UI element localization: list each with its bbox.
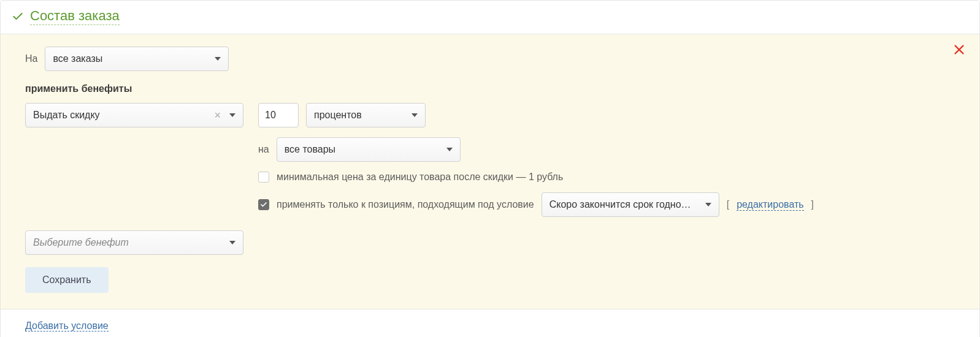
caret-down-icon: [412, 113, 418, 117]
benefits-grid: Выдать скидку × процентов на все то: [25, 103, 955, 217]
scope-select-value: все заказы: [53, 53, 102, 64]
apply-condition-row: применять только к позициям, подходящим …: [258, 192, 955, 217]
edit-condition-link[interactable]: редактировать: [737, 199, 803, 211]
panel-body: На все заказы применить бенефиты Выдать …: [1, 34, 979, 309]
scope-label: На: [25, 53, 37, 64]
condition-select[interactable]: Скоро закончится срок годно…: [542, 192, 719, 217]
apply-condition-checkbox[interactable]: применять только к позициям, подходящим …: [258, 199, 534, 210]
condition-select-value: Скоро закончится срок годно…: [549, 199, 691, 210]
caret-down-icon: [229, 113, 235, 117]
clear-icon[interactable]: ×: [214, 110, 221, 121]
min-price-label: минимальная цена за единицу товара после…: [277, 172, 563, 183]
add-condition-link[interactable]: Добавить условие: [25, 320, 109, 331]
caret-down-icon: [229, 241, 235, 244]
bracket-close: ]: [811, 199, 814, 210]
panel-footer: Добавить условие: [1, 309, 979, 337]
apply-condition-label: применять только к позициям, подходящим …: [277, 199, 534, 210]
scope-select[interactable]: все заказы: [45, 47, 229, 71]
scope-row: На все заказы: [25, 47, 955, 71]
add-benefit-placeholder: Выберите бенефит: [33, 237, 129, 248]
add-benefit-row: Выберите бенефит: [25, 230, 955, 255]
benefits-heading: применить бенефиты: [25, 83, 132, 94]
amount-input[interactable]: [258, 103, 299, 127]
benefit-type-value: Выдать скидку: [33, 110, 100, 121]
target-select[interactable]: все товары: [277, 137, 461, 162]
benefit-right-col: процентов на все товары: [258, 103, 955, 217]
save-button[interactable]: Сохранить: [25, 267, 109, 293]
caret-down-icon: [215, 57, 221, 61]
target-label: на: [258, 144, 269, 155]
caret-down-icon: [705, 203, 711, 206]
close-icon[interactable]: [952, 43, 966, 56]
order-composition-panel: Состав заказа На все заказы применить бе…: [0, 0, 980, 337]
unit-value: процентов: [314, 110, 362, 121]
target-row: на все товары: [258, 137, 955, 162]
target-select-value: все товары: [285, 144, 335, 155]
check-icon: [12, 10, 24, 23]
min-price-row: минимальная цена за единицу товара после…: [258, 172, 955, 183]
benefit-type-select[interactable]: Выдать скидку ×: [25, 103, 243, 127]
caret-down-icon: [446, 148, 453, 151]
benefits-heading-row: применить бенефиты: [25, 83, 955, 94]
add-benefit-select[interactable]: Выберите бенефит: [25, 230, 243, 255]
amount-row: процентов: [258, 103, 955, 127]
unit-select[interactable]: процентов: [306, 103, 426, 127]
min-price-checkbox[interactable]: минимальная цена за единицу товара после…: [258, 172, 563, 183]
panel-title[interactable]: Состав заказа: [30, 8, 120, 25]
panel-header: Состав заказа: [1, 1, 979, 34]
benefit-left-col: Выдать скидку ×: [25, 103, 243, 127]
bracket-open: [: [727, 199, 729, 210]
